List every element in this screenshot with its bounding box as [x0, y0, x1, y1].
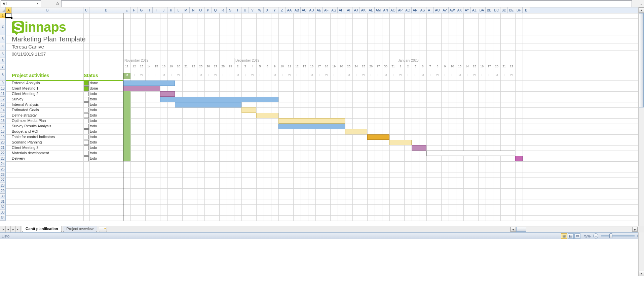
column-header[interactable]: AB — [293, 7, 301, 13]
gantt-bar[interactable] — [241, 107, 256, 113]
gantt-bar[interactable] — [515, 156, 523, 161]
vertical-scrollbar[interactable]: ▲ ▼ — [638, 7, 644, 276]
row-header[interactable]: 13 — [0, 102, 6, 107]
gantt-bar[interactable] — [278, 124, 345, 129]
column-header[interactable]: AG — [330, 7, 338, 13]
row-header[interactable]: 21 — [0, 145, 6, 151]
tab-nav-next-icon[interactable]: ▸ — [11, 226, 16, 232]
column-header[interactable]: AT — [426, 7, 434, 13]
horizontal-scrollbar[interactable]: ◀ ▶ — [510, 227, 638, 232]
gantt-bar[interactable] — [367, 134, 389, 140]
column-header[interactable]: S — [227, 7, 234, 13]
column-header[interactable]: I — [153, 7, 160, 13]
row-header[interactable]: 33 — [0, 210, 6, 215]
column-header[interactable]: U — [241, 7, 249, 13]
column-header[interactable]: BD — [500, 7, 508, 13]
column-header[interactable]: AZ — [471, 7, 478, 13]
column-header[interactable]: V — [249, 7, 256, 13]
column-header[interactable]: H — [145, 7, 153, 13]
column-header[interactable]: M — [182, 7, 190, 13]
column-header[interactable]: BB — [486, 7, 493, 13]
column-header[interactable]: P — [204, 7, 212, 13]
row-header[interactable]: 19 — [0, 134, 6, 140]
gantt-bar[interactable] — [123, 80, 175, 86]
vscroll-thumb[interactable] — [639, 13, 644, 107]
column-header[interactable]: AF — [323, 7, 330, 13]
tab-nav-first-icon[interactable]: |◂ — [1, 226, 6, 232]
new-sheet-icon[interactable] — [99, 227, 107, 232]
sheet-tab-gantt[interactable]: Gantt planification — [22, 226, 62, 232]
column-header[interactable]: AY — [463, 7, 471, 13]
row-header[interactable]: 6 — [0, 58, 6, 64]
column-header[interactable]: B — [12, 7, 83, 13]
column-header[interactable]: AJ — [352, 7, 360, 13]
gantt-bar[interactable] — [278, 118, 345, 124]
column-header[interactable]: E — [123, 7, 130, 13]
column-header[interactable]: L — [175, 7, 182, 13]
row-header[interactable]: 25 — [0, 167, 6, 172]
column-header[interactable]: AI — [345, 7, 352, 13]
sheet-tab-overview[interactable]: Project overview — [63, 226, 98, 232]
row-header[interactable]: 2 — [0, 18, 6, 35]
name-box[interactable]: A1 ▼ — [1, 0, 41, 7]
expand-formula-icon[interactable]: ⌄ — [638, 1, 644, 6]
scroll-up-icon[interactable]: ▲ — [639, 7, 644, 13]
gantt-bar[interactable] — [160, 97, 278, 102]
gantt-bar[interactable] — [345, 129, 367, 134]
column-header[interactable]: AR — [412, 7, 419, 13]
scroll-left-icon[interactable]: ◀ — [510, 227, 516, 232]
column-header[interactable]: Y — [271, 7, 278, 13]
row-header[interactable]: 22 — [0, 151, 6, 156]
column-header[interactable]: AX — [456, 7, 463, 13]
row-header[interactable]: 3 — [0, 35, 6, 43]
column-header[interactable]: R — [219, 7, 227, 13]
hscroll-thumb[interactable] — [516, 227, 526, 232]
view-layout-icon[interactable]: ▤ — [568, 233, 574, 239]
column-header[interactable]: G — [138, 7, 145, 13]
row-header[interactable]: 31 — [0, 199, 6, 204]
view-normal-icon[interactable]: ▦ — [561, 233, 567, 239]
chevron-down-icon[interactable]: ▼ — [36, 2, 39, 5]
row-header[interactable]: 32 — [0, 204, 6, 210]
row-header[interactable]: 23 — [0, 156, 6, 161]
column-header[interactable]: AW — [449, 7, 456, 13]
row-header[interactable]: 10 — [0, 86, 6, 91]
row-header[interactable]: 16 — [0, 118, 6, 124]
column-header[interactable]: AL — [367, 7, 375, 13]
gantt-bar[interactable] — [160, 91, 175, 97]
column-header[interactable]: BE — [508, 7, 515, 13]
column-header[interactable]: BC — [493, 7, 500, 13]
row-header[interactable]: 27 — [0, 178, 6, 183]
gantt-bar[interactable] — [256, 113, 278, 118]
gantt-bar[interactable] — [426, 151, 515, 156]
column-header[interactable]: AK — [360, 7, 367, 13]
scroll-down-icon[interactable]: ▼ — [639, 271, 644, 276]
column-header[interactable]: D — [89, 7, 123, 13]
column-header[interactable]: AM — [375, 7, 382, 13]
row-header[interactable]: 7 — [0, 64, 6, 70]
column-header[interactable]: K — [167, 7, 175, 13]
column-header[interactable]: Q — [212, 7, 219, 13]
fill-handle[interactable] — [11, 17, 12, 19]
column-header[interactable]: W — [256, 7, 264, 13]
column-header[interactable]: Z — [278, 7, 286, 13]
view-pagebreak-icon[interactable]: ▭ — [574, 233, 580, 239]
column-header[interactable]: A — [6, 7, 12, 13]
zoom-out-icon[interactable]: − — [593, 233, 598, 238]
column-header[interactable]: C — [83, 7, 89, 13]
column-header[interactable]: AC — [301, 7, 308, 13]
select-all-corner[interactable] — [0, 7, 6, 13]
row-header[interactable]: 14 — [0, 107, 6, 113]
scroll-right-icon[interactable]: ▶ — [632, 227, 638, 232]
row-header[interactable]: 1 — [0, 13, 6, 18]
column-header[interactable]: BA — [478, 7, 486, 13]
column-header[interactable]: AA — [286, 7, 293, 13]
column-header[interactable]: F — [130, 7, 138, 13]
row-header[interactable]: 26 — [0, 172, 6, 178]
column-header[interactable]: B — [523, 7, 530, 13]
tab-nav-prev-icon[interactable]: ◂ — [6, 226, 11, 232]
row-header[interactable]: 12 — [0, 97, 6, 102]
row-header[interactable]: 28 — [0, 183, 6, 188]
gantt-bar[interactable] — [389, 140, 412, 145]
gantt-bar[interactable] — [123, 86, 160, 91]
